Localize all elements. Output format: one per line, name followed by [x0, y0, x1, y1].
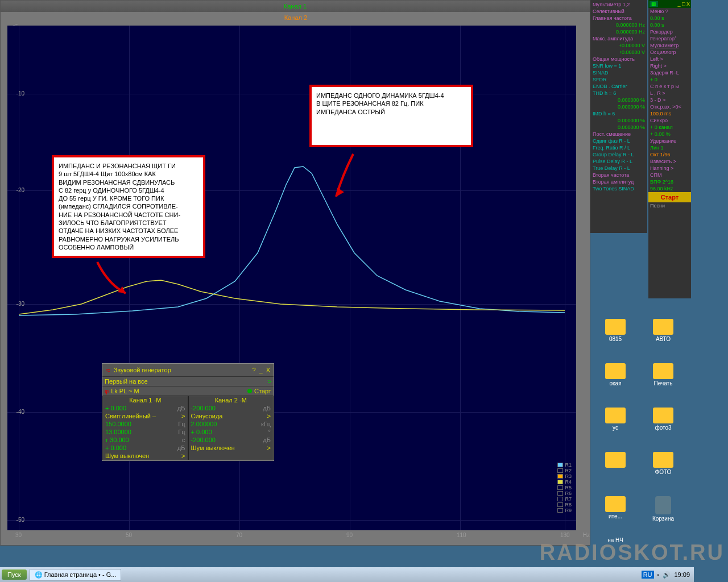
multimeter-panel[interactable]: Мультиметр 1,2 Селективный Главная часто…: [590, 0, 647, 233]
taskbar[interactable]: Пуск 🌐 Главная страница • - G... RU ▫ 🔊 …: [0, 567, 694, 582]
menu-panel[interactable]: ▦_ □ X Меню ? 0.00 s 0.00 s Рекордер Ген…: [648, 0, 691, 298]
language-indicator[interactable]: RU: [642, 571, 654, 579]
x-tick: 30: [15, 532, 22, 538]
wave-icon: ≈: [106, 365, 110, 375]
first-to-all[interactable]: Первый на все>: [102, 377, 274, 386]
desktop-icon[interactable]: 0815: [592, 315, 639, 360]
help-button[interactable]: ?: [252, 367, 255, 373]
x-tick: 70: [236, 532, 242, 538]
desktop-icons: 0815 АВТО окая Печать ус фото3 ФОТО ите.…: [592, 315, 688, 581]
minimize-button[interactable]: _: [259, 367, 263, 373]
start-menu-button[interactable]: Пуск: [2, 569, 27, 580]
soundgen-ch2[interactable]: Канал 2 -М -200.000дБ Синусоида> 2.00000…: [188, 396, 274, 460]
desktop-icon[interactable]: АВТО: [639, 315, 687, 360]
desktop-icon[interactable]: [592, 448, 639, 493]
close-button[interactable]: X: [266, 367, 270, 373]
lk-pl-row[interactable]: φLk PL ~ M: [102, 386, 228, 396]
desktop-icon[interactable]: фото3: [639, 404, 687, 448]
clock[interactable]: 19:09: [674, 571, 690, 578]
legend: R1 R2 R3 R4 R5 R6 R7 R8 R9: [557, 462, 572, 513]
arrow-left-icon: [92, 256, 137, 302]
x-axis-unit: Hz: [583, 532, 590, 538]
soundgen-titlebar[interactable]: ≈ Звуковой генератор ?_X: [102, 364, 274, 376]
x-tick: 90: [346, 532, 353, 538]
soundgen-ch1[interactable]: Канал 1 -М + 0.000дБ Свип:линейный –> 15…: [102, 396, 188, 460]
system-tray[interactable]: RU ▫ 🔊 19:09: [640, 571, 692, 579]
desktop-icon[interactable]: Печать: [639, 360, 687, 404]
x-tick: 130: [560, 532, 570, 538]
desktop-icon[interactable]: окая: [592, 360, 639, 404]
x-tick: 110: [457, 532, 466, 538]
start-button[interactable]: Старт: [648, 192, 691, 202]
window-title: Канал 1: [1, 1, 590, 12]
menu-icon: ▦: [650, 1, 658, 7]
tray-icon[interactable]: ▫: [657, 571, 660, 578]
callout-left: ИМПЕДАНС И РЕЗОНАНСНАЯ ЩИТ ГИ9 шт 5ГДШ4-…: [52, 155, 205, 258]
x-tick: 50: [126, 532, 132, 538]
tray-icon[interactable]: 🔊: [663, 571, 671, 579]
soundgen-title: Звуковой генератор: [114, 367, 249, 373]
recycle-bin[interactable]: Корзина: [639, 493, 687, 537]
callout-right: ИМПЕДАНС ОДНОГО ДИНАМИКА 5ГДШ4-4В ЩИТЕ Р…: [309, 85, 473, 147]
desktop-icon[interactable]: ус: [592, 404, 639, 448]
plot-title: Канал 2: [1, 14, 591, 21]
sound-generator-panel[interactable]: ≈ Звуковой генератор ?_X Первый на все> …: [102, 363, 274, 461]
start-button[interactable]: Старт: [228, 386, 274, 396]
desktop-icon[interactable]: ите...: [592, 493, 639, 537]
taskbar-item[interactable]: 🌐 Главная страница • - G...: [30, 569, 122, 581]
desktop-icon[interactable]: ФОТО: [639, 448, 687, 493]
arrow-right-icon: [330, 148, 365, 205]
spectrum-window: Канал 1 Канал 2 дБ -10 -20 -30 -40 -50 3…: [0, 0, 590, 546]
